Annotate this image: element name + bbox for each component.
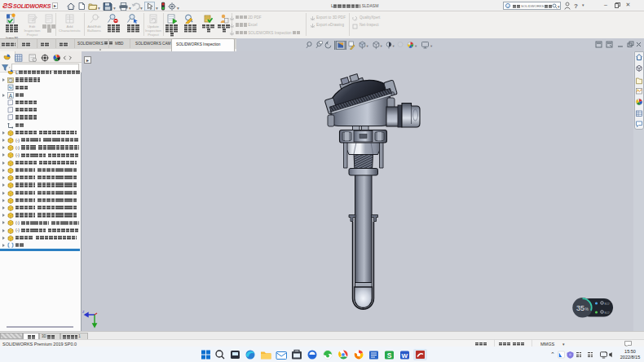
svg-text:A: A xyxy=(9,92,13,98)
svg-text:▾: ▾ xyxy=(415,44,417,48)
svg-text:▾: ▾ xyxy=(156,5,158,10)
svg-text:▾: ▾ xyxy=(98,5,100,10)
svg-text:▾: ▾ xyxy=(381,44,383,48)
svg-text:KO’: KO’ xyxy=(605,302,611,306)
svg-text:▾: ▾ xyxy=(140,5,143,10)
svg-text:▾: ▾ xyxy=(177,5,179,10)
svg-text:35: 35 xyxy=(576,304,584,312)
svg-text:Z: Z xyxy=(82,310,85,314)
svg-text:▾: ▾ xyxy=(367,44,369,48)
svg-text:W: W xyxy=(402,352,408,360)
svg-text:%: % xyxy=(585,307,589,311)
svg-text:KO’: KO’ xyxy=(605,311,611,315)
svg-text:▾: ▾ xyxy=(430,44,433,48)
svg-text:S: S xyxy=(387,351,392,360)
svg-text:▾: ▾ xyxy=(113,5,116,10)
svg-text:?: ? xyxy=(574,2,578,10)
svg-text:▾: ▾ xyxy=(129,5,131,10)
svg-text:▾: ▾ xyxy=(393,44,395,48)
